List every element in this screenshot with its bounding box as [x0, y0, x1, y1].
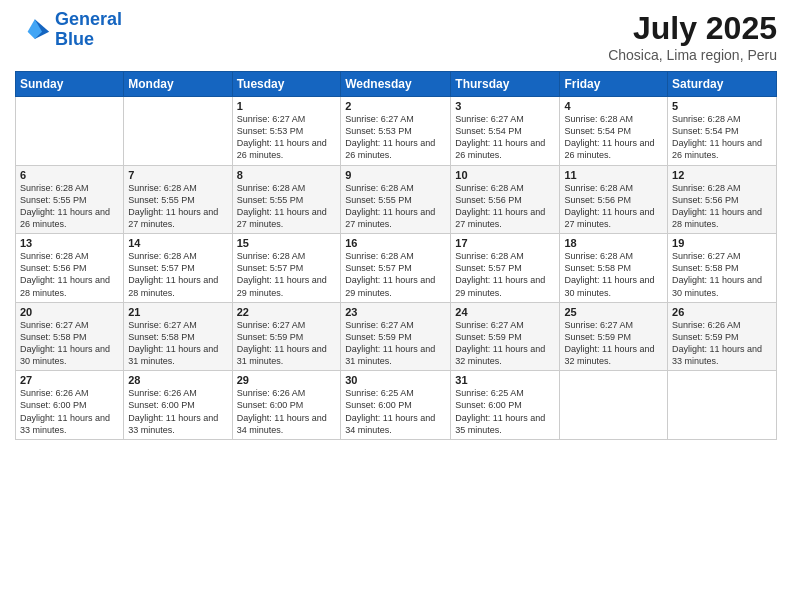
day-info: Sunrise: 6:25 AM Sunset: 6:00 PM Dayligh…: [345, 387, 446, 436]
title-block: July 2025 Chosica, Lima region, Peru: [608, 10, 777, 63]
day-number: 10: [455, 169, 555, 181]
day-cell: 12Sunrise: 6:28 AM Sunset: 5:56 PM Dayli…: [668, 165, 777, 234]
day-info: Sunrise: 6:26 AM Sunset: 6:00 PM Dayligh…: [128, 387, 227, 436]
day-info: Sunrise: 6:28 AM Sunset: 5:58 PM Dayligh…: [564, 250, 663, 299]
day-number: 2: [345, 100, 446, 112]
day-info: Sunrise: 6:27 AM Sunset: 5:59 PM Dayligh…: [455, 319, 555, 368]
day-cell: 6Sunrise: 6:28 AM Sunset: 5:55 PM Daylig…: [16, 165, 124, 234]
day-info: Sunrise: 6:28 AM Sunset: 5:55 PM Dayligh…: [345, 182, 446, 231]
header-cell-wednesday: Wednesday: [341, 72, 451, 97]
header-cell-tuesday: Tuesday: [232, 72, 341, 97]
day-info: Sunrise: 6:26 AM Sunset: 5:59 PM Dayligh…: [672, 319, 772, 368]
day-number: 29: [237, 374, 337, 386]
day-info: Sunrise: 6:27 AM Sunset: 5:58 PM Dayligh…: [672, 250, 772, 299]
day-number: 28: [128, 374, 227, 386]
day-cell: 30Sunrise: 6:25 AM Sunset: 6:00 PM Dayli…: [341, 371, 451, 440]
day-number: 3: [455, 100, 555, 112]
header-cell-sunday: Sunday: [16, 72, 124, 97]
day-info: Sunrise: 6:27 AM Sunset: 5:53 PM Dayligh…: [237, 113, 337, 162]
day-cell: 9Sunrise: 6:28 AM Sunset: 5:55 PM Daylig…: [341, 165, 451, 234]
header: General Blue July 2025 Chosica, Lima reg…: [15, 10, 777, 63]
day-cell: 15Sunrise: 6:28 AM Sunset: 5:57 PM Dayli…: [232, 234, 341, 303]
day-number: 24: [455, 306, 555, 318]
day-info: Sunrise: 6:27 AM Sunset: 5:58 PM Dayligh…: [20, 319, 119, 368]
week-row-4: 27Sunrise: 6:26 AM Sunset: 6:00 PM Dayli…: [16, 371, 777, 440]
logo-text: General Blue: [55, 10, 122, 50]
header-row: SundayMondayTuesdayWednesdayThursdayFrid…: [16, 72, 777, 97]
day-cell: 20Sunrise: 6:27 AM Sunset: 5:58 PM Dayli…: [16, 302, 124, 371]
week-row-0: 1Sunrise: 6:27 AM Sunset: 5:53 PM Daylig…: [16, 97, 777, 166]
day-number: 15: [237, 237, 337, 249]
day-info: Sunrise: 6:28 AM Sunset: 5:54 PM Dayligh…: [672, 113, 772, 162]
day-cell: 28Sunrise: 6:26 AM Sunset: 6:00 PM Dayli…: [124, 371, 232, 440]
day-cell: [124, 97, 232, 166]
day-info: Sunrise: 6:27 AM Sunset: 5:53 PM Dayligh…: [345, 113, 446, 162]
day-cell: 10Sunrise: 6:28 AM Sunset: 5:56 PM Dayli…: [451, 165, 560, 234]
calendar-table: SundayMondayTuesdayWednesdayThursdayFrid…: [15, 71, 777, 440]
day-number: 7: [128, 169, 227, 181]
week-row-2: 13Sunrise: 6:28 AM Sunset: 5:56 PM Dayli…: [16, 234, 777, 303]
day-info: Sunrise: 6:28 AM Sunset: 5:57 PM Dayligh…: [128, 250, 227, 299]
day-number: 6: [20, 169, 119, 181]
day-info: Sunrise: 6:28 AM Sunset: 5:56 PM Dayligh…: [455, 182, 555, 231]
day-cell: 27Sunrise: 6:26 AM Sunset: 6:00 PM Dayli…: [16, 371, 124, 440]
day-number: 9: [345, 169, 446, 181]
day-cell: 31Sunrise: 6:25 AM Sunset: 6:00 PM Dayli…: [451, 371, 560, 440]
day-info: Sunrise: 6:28 AM Sunset: 5:55 PM Dayligh…: [128, 182, 227, 231]
day-cell: 3Sunrise: 6:27 AM Sunset: 5:54 PM Daylig…: [451, 97, 560, 166]
calendar-header: SundayMondayTuesdayWednesdayThursdayFrid…: [16, 72, 777, 97]
day-number: 11: [564, 169, 663, 181]
header-cell-monday: Monday: [124, 72, 232, 97]
day-info: Sunrise: 6:27 AM Sunset: 5:58 PM Dayligh…: [128, 319, 227, 368]
day-cell: 4Sunrise: 6:28 AM Sunset: 5:54 PM Daylig…: [560, 97, 668, 166]
day-number: 30: [345, 374, 446, 386]
day-cell: 26Sunrise: 6:26 AM Sunset: 5:59 PM Dayli…: [668, 302, 777, 371]
day-number: 26: [672, 306, 772, 318]
logo: General Blue: [15, 10, 122, 50]
day-number: 18: [564, 237, 663, 249]
day-number: 1: [237, 100, 337, 112]
day-info: Sunrise: 6:28 AM Sunset: 5:55 PM Dayligh…: [237, 182, 337, 231]
day-cell: 7Sunrise: 6:28 AM Sunset: 5:55 PM Daylig…: [124, 165, 232, 234]
header-cell-thursday: Thursday: [451, 72, 560, 97]
day-number: 21: [128, 306, 227, 318]
day-number: 4: [564, 100, 663, 112]
day-cell: 1Sunrise: 6:27 AM Sunset: 5:53 PM Daylig…: [232, 97, 341, 166]
day-cell: 5Sunrise: 6:28 AM Sunset: 5:54 PM Daylig…: [668, 97, 777, 166]
day-number: 17: [455, 237, 555, 249]
day-cell: 29Sunrise: 6:26 AM Sunset: 6:00 PM Dayli…: [232, 371, 341, 440]
day-number: 12: [672, 169, 772, 181]
day-info: Sunrise: 6:28 AM Sunset: 5:57 PM Dayligh…: [345, 250, 446, 299]
day-info: Sunrise: 6:26 AM Sunset: 6:00 PM Dayligh…: [237, 387, 337, 436]
day-number: 5: [672, 100, 772, 112]
day-info: Sunrise: 6:28 AM Sunset: 5:54 PM Dayligh…: [564, 113, 663, 162]
subtitle: Chosica, Lima region, Peru: [608, 47, 777, 63]
day-info: Sunrise: 6:25 AM Sunset: 6:00 PM Dayligh…: [455, 387, 555, 436]
day-cell: 13Sunrise: 6:28 AM Sunset: 5:56 PM Dayli…: [16, 234, 124, 303]
day-info: Sunrise: 6:27 AM Sunset: 5:59 PM Dayligh…: [237, 319, 337, 368]
day-cell: 24Sunrise: 6:27 AM Sunset: 5:59 PM Dayli…: [451, 302, 560, 371]
day-info: Sunrise: 6:27 AM Sunset: 5:59 PM Dayligh…: [345, 319, 446, 368]
day-number: 23: [345, 306, 446, 318]
day-cell: 8Sunrise: 6:28 AM Sunset: 5:55 PM Daylig…: [232, 165, 341, 234]
day-cell: 22Sunrise: 6:27 AM Sunset: 5:59 PM Dayli…: [232, 302, 341, 371]
day-number: 14: [128, 237, 227, 249]
day-cell: 14Sunrise: 6:28 AM Sunset: 5:57 PM Dayli…: [124, 234, 232, 303]
page: General Blue July 2025 Chosica, Lima reg…: [0, 0, 792, 612]
day-cell: 19Sunrise: 6:27 AM Sunset: 5:58 PM Dayli…: [668, 234, 777, 303]
header-cell-saturday: Saturday: [668, 72, 777, 97]
day-info: Sunrise: 6:27 AM Sunset: 5:59 PM Dayligh…: [564, 319, 663, 368]
day-cell: 23Sunrise: 6:27 AM Sunset: 5:59 PM Dayli…: [341, 302, 451, 371]
day-cell: 16Sunrise: 6:28 AM Sunset: 5:57 PM Dayli…: [341, 234, 451, 303]
day-cell: [560, 371, 668, 440]
day-info: Sunrise: 6:28 AM Sunset: 5:56 PM Dayligh…: [672, 182, 772, 231]
main-title: July 2025: [608, 10, 777, 47]
day-info: Sunrise: 6:27 AM Sunset: 5:54 PM Dayligh…: [455, 113, 555, 162]
day-cell: [668, 371, 777, 440]
day-cell: 25Sunrise: 6:27 AM Sunset: 5:59 PM Dayli…: [560, 302, 668, 371]
day-info: Sunrise: 6:28 AM Sunset: 5:57 PM Dayligh…: [237, 250, 337, 299]
day-number: 31: [455, 374, 555, 386]
day-info: Sunrise: 6:28 AM Sunset: 5:57 PM Dayligh…: [455, 250, 555, 299]
logo-general: General: [55, 9, 122, 29]
day-cell: 17Sunrise: 6:28 AM Sunset: 5:57 PM Dayli…: [451, 234, 560, 303]
